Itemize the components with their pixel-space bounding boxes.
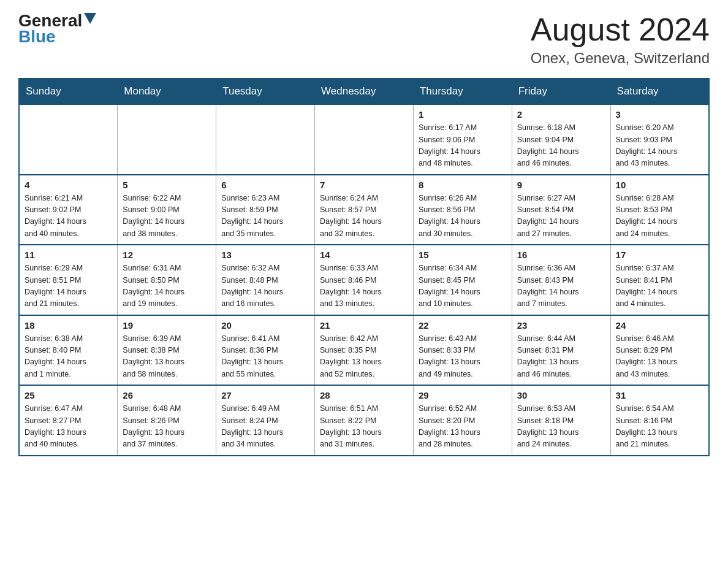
day-number: 21 xyxy=(320,320,408,331)
calendar-cell: 10Sunrise: 6:28 AMSunset: 8:53 PMDayligh… xyxy=(610,175,709,245)
day-number: 8 xyxy=(419,180,507,190)
day-number: 16 xyxy=(517,250,605,260)
calendar-cell: 15Sunrise: 6:34 AMSunset: 8:45 PMDayligh… xyxy=(413,245,512,315)
calendar-cell: 3Sunrise: 6:20 AMSunset: 9:03 PMDaylight… xyxy=(610,104,709,175)
calendar-cell: 18Sunrise: 6:38 AMSunset: 8:40 PMDayligh… xyxy=(19,315,118,386)
day-number: 4 xyxy=(25,180,112,190)
day-number: 12 xyxy=(123,250,211,260)
calendar-cell: 17Sunrise: 6:37 AMSunset: 8:41 PMDayligh… xyxy=(610,245,709,315)
day-info: Sunrise: 6:29 AMSunset: 8:51 PMDaylight:… xyxy=(25,262,112,310)
calendar-cell: 27Sunrise: 6:49 AMSunset: 8:24 PMDayligh… xyxy=(216,385,315,456)
calendar-week-1: 1Sunrise: 6:17 AMSunset: 9:06 PMDaylight… xyxy=(19,104,709,175)
calendar-cell: 14Sunrise: 6:33 AMSunset: 8:46 PMDayligh… xyxy=(315,245,414,315)
calendar-cell xyxy=(315,104,414,175)
calendar-cell: 1Sunrise: 6:17 AMSunset: 9:06 PMDaylight… xyxy=(413,104,512,175)
day-info: Sunrise: 6:31 AMSunset: 8:50 PMDaylight:… xyxy=(123,262,211,310)
calendar-title: August 2024 xyxy=(531,12,710,47)
day-info: Sunrise: 6:48 AMSunset: 8:26 PMDaylight:… xyxy=(123,403,211,451)
weekday-header-sunday: Sunday xyxy=(19,79,118,104)
day-info: Sunrise: 6:49 AMSunset: 8:24 PMDaylight:… xyxy=(221,403,309,451)
day-info: Sunrise: 6:20 AMSunset: 9:03 PMDaylight:… xyxy=(616,122,703,170)
calendar-cell: 8Sunrise: 6:26 AMSunset: 8:56 PMDaylight… xyxy=(413,175,512,245)
day-info: Sunrise: 6:46 AMSunset: 8:29 PMDaylight:… xyxy=(616,333,703,381)
svg-marker-0 xyxy=(84,13,96,24)
calendar-cell: 21Sunrise: 6:42 AMSunset: 8:35 PMDayligh… xyxy=(315,315,414,386)
day-info: Sunrise: 6:53 AMSunset: 8:18 PMDaylight:… xyxy=(517,403,605,451)
calendar-cell: 31Sunrise: 6:54 AMSunset: 8:16 PMDayligh… xyxy=(610,385,709,456)
calendar-cell: 12Sunrise: 6:31 AMSunset: 8:50 PMDayligh… xyxy=(118,245,216,315)
calendar-cell: 2Sunrise: 6:18 AMSunset: 9:04 PMDaylight… xyxy=(512,104,610,175)
day-info: Sunrise: 6:28 AMSunset: 8:53 PMDaylight:… xyxy=(616,193,703,240)
day-info: Sunrise: 6:26 AMSunset: 8:56 PMDaylight:… xyxy=(419,193,507,240)
calendar-cell: 24Sunrise: 6:46 AMSunset: 8:29 PMDayligh… xyxy=(610,315,709,386)
calendar-subtitle: Onex, Geneva, Switzerland xyxy=(531,50,710,67)
day-number: 7 xyxy=(320,180,408,190)
calendar-cell: 7Sunrise: 6:24 AMSunset: 8:57 PMDaylight… xyxy=(315,175,414,245)
day-info: Sunrise: 6:39 AMSunset: 8:38 PMDaylight:… xyxy=(123,333,211,381)
day-info: Sunrise: 6:36 AMSunset: 8:43 PMDaylight:… xyxy=(517,262,605,310)
day-number: 13 xyxy=(221,250,309,260)
day-number: 2 xyxy=(517,109,605,120)
day-info: Sunrise: 6:37 AMSunset: 8:41 PMDaylight:… xyxy=(616,262,703,310)
day-info: Sunrise: 6:54 AMSunset: 8:16 PMDaylight:… xyxy=(616,403,703,451)
calendar-cell: 30Sunrise: 6:53 AMSunset: 8:18 PMDayligh… xyxy=(512,385,610,456)
day-info: Sunrise: 6:38 AMSunset: 8:40 PMDaylight:… xyxy=(25,333,112,381)
day-number: 14 xyxy=(320,250,408,260)
calendar-cell: 28Sunrise: 6:51 AMSunset: 8:22 PMDayligh… xyxy=(315,385,414,456)
calendar-header-row: SundayMondayTuesdayWednesdayThursdayFrid… xyxy=(19,79,709,104)
day-number: 28 xyxy=(320,390,408,400)
day-info: Sunrise: 6:34 AMSunset: 8:45 PMDaylight:… xyxy=(419,262,507,310)
day-number: 26 xyxy=(123,390,211,400)
day-number: 5 xyxy=(123,180,211,190)
logo: General Blue xyxy=(18,12,96,45)
calendar-cell xyxy=(19,104,118,175)
day-number: 25 xyxy=(25,390,112,400)
day-number: 27 xyxy=(221,390,309,400)
calendar-cell: 4Sunrise: 6:21 AMSunset: 9:02 PMDaylight… xyxy=(19,175,118,245)
day-number: 30 xyxy=(517,390,605,400)
day-number: 22 xyxy=(419,320,507,331)
calendar-cell: 13Sunrise: 6:32 AMSunset: 8:48 PMDayligh… xyxy=(216,245,315,315)
day-number: 18 xyxy=(25,320,112,331)
day-info: Sunrise: 6:32 AMSunset: 8:48 PMDaylight:… xyxy=(221,262,309,310)
day-info: Sunrise: 6:18 AMSunset: 9:04 PMDaylight:… xyxy=(517,122,605,170)
day-info: Sunrise: 6:47 AMSunset: 8:27 PMDaylight:… xyxy=(25,403,112,451)
logo-blue-text: Blue xyxy=(18,28,56,45)
calendar-cell: 20Sunrise: 6:41 AMSunset: 8:36 PMDayligh… xyxy=(216,315,315,386)
page-header: General Blue August 2024 Onex, Geneva, S… xyxy=(18,12,710,67)
day-info: Sunrise: 6:44 AMSunset: 8:31 PMDaylight:… xyxy=(517,333,605,381)
day-info: Sunrise: 6:51 AMSunset: 8:22 PMDaylight:… xyxy=(320,403,408,451)
calendar-week-5: 25Sunrise: 6:47 AMSunset: 8:27 PMDayligh… xyxy=(19,385,709,456)
day-info: Sunrise: 6:23 AMSunset: 8:59 PMDaylight:… xyxy=(221,193,309,240)
day-number: 10 xyxy=(616,180,703,190)
calendar-cell: 5Sunrise: 6:22 AMSunset: 9:00 PMDaylight… xyxy=(118,175,216,245)
day-number: 29 xyxy=(419,390,507,400)
day-number: 19 xyxy=(123,320,211,331)
logo-triangle-icon xyxy=(84,13,96,25)
calendar-cell xyxy=(216,104,315,175)
day-info: Sunrise: 6:17 AMSunset: 9:06 PMDaylight:… xyxy=(419,122,507,170)
calendar-cell: 29Sunrise: 6:52 AMSunset: 8:20 PMDayligh… xyxy=(413,385,512,456)
day-number: 23 xyxy=(517,320,605,331)
day-number: 6 xyxy=(221,180,309,190)
calendar-cell: 25Sunrise: 6:47 AMSunset: 8:27 PMDayligh… xyxy=(19,385,118,456)
calendar-cell: 23Sunrise: 6:44 AMSunset: 8:31 PMDayligh… xyxy=(512,315,610,386)
day-number: 24 xyxy=(616,320,703,331)
calendar-cell: 19Sunrise: 6:39 AMSunset: 8:38 PMDayligh… xyxy=(118,315,216,386)
day-info: Sunrise: 6:24 AMSunset: 8:57 PMDaylight:… xyxy=(320,193,408,240)
day-number: 1 xyxy=(419,109,507,120)
weekday-header-tuesday: Tuesday xyxy=(216,79,315,104)
day-number: 17 xyxy=(616,250,703,260)
calendar-week-4: 18Sunrise: 6:38 AMSunset: 8:40 PMDayligh… xyxy=(19,315,709,386)
weekday-header-thursday: Thursday xyxy=(413,79,512,104)
day-info: Sunrise: 6:42 AMSunset: 8:35 PMDaylight:… xyxy=(320,333,408,381)
day-info: Sunrise: 6:21 AMSunset: 9:02 PMDaylight:… xyxy=(25,193,112,240)
calendar-cell: 22Sunrise: 6:43 AMSunset: 8:33 PMDayligh… xyxy=(413,315,512,386)
day-info: Sunrise: 6:41 AMSunset: 8:36 PMDaylight:… xyxy=(221,333,309,381)
weekday-header-monday: Monday xyxy=(118,79,216,104)
calendar-cell: 11Sunrise: 6:29 AMSunset: 8:51 PMDayligh… xyxy=(19,245,118,315)
calendar-week-2: 4Sunrise: 6:21 AMSunset: 9:02 PMDaylight… xyxy=(19,175,709,245)
calendar-cell xyxy=(118,104,216,175)
day-number: 15 xyxy=(419,250,507,260)
day-info: Sunrise: 6:22 AMSunset: 9:00 PMDaylight:… xyxy=(123,193,211,240)
